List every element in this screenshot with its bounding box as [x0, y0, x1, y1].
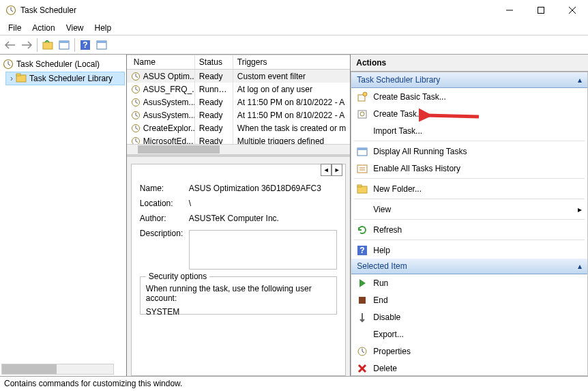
- svg-rect-7: [43, 42, 53, 49]
- tool-help-icon[interactable]: ?: [78, 38, 93, 53]
- action-create-task[interactable]: Create Task...: [351, 105, 587, 122]
- tree-root-label: Task Scheduler (Local): [16, 59, 100, 69]
- action-new-folder[interactable]: New Folder...: [351, 180, 587, 197]
- close-button[interactable]: [557, 0, 588, 20]
- col-header-name[interactable]: Name: [127, 55, 195, 69]
- delete-icon: [357, 363, 368, 374]
- task-row[interactable]: CreateExplor...ReadyWhen the task is cre…: [127, 121, 350, 134]
- collapse-icon: ▴: [578, 261, 582, 271]
- back-button[interactable]: [3, 38, 18, 53]
- tree-pane: Task Scheduler (Local) › Task Scheduler …: [0, 55, 127, 376]
- grid-header: Name Status Triggers: [127, 55, 350, 70]
- actions-group-library[interactable]: Task Scheduler Library ▴: [351, 72, 587, 88]
- menu-action[interactable]: Action: [27, 22, 60, 34]
- svg-rect-50: [359, 297, 366, 304]
- blank-icon: [357, 204, 368, 215]
- svg-rect-4: [538, 8, 544, 14]
- clock-icon: [131, 85, 141, 94]
- action-enable-all-tasks-history[interactable]: Enable All Tasks History: [351, 160, 587, 177]
- maximize-button[interactable]: [525, 0, 557, 20]
- svg-rect-47: [357, 185, 362, 187]
- task-row[interactable]: ASUS_FRQ_...RunningAt log on of any user: [127, 83, 350, 96]
- task-icon: [357, 108, 368, 119]
- author-value: ASUSTeK Computer Inc.: [189, 214, 337, 223]
- folder-icon: [357, 184, 368, 194]
- svg-text:?: ?: [83, 40, 87, 50]
- pager-prev[interactable]: ◄: [321, 164, 332, 176]
- action-view[interactable]: View▸: [351, 201, 587, 218]
- actions-pane: Actions Task Scheduler Library ▴ Create …: [351, 55, 588, 376]
- clock-icon: [131, 111, 141, 120]
- titlebar: Task Scheduler: [0, 0, 588, 20]
- svg-text:?: ?: [360, 246, 365, 255]
- details-pane: ◄ ► Name: ASUS Optimization 36D18D69AFC3…: [127, 157, 350, 376]
- menu-view[interactable]: View: [61, 22, 89, 34]
- col-header-trigger[interactable]: Triggers: [233, 55, 350, 69]
- clock-icon: [131, 72, 141, 81]
- tree-child-label: Task Scheduler Library: [29, 74, 113, 83]
- svg-point-38: [363, 92, 367, 96]
- action-run[interactable]: Run: [351, 274, 587, 291]
- security-account: SYSTEM: [146, 307, 331, 317]
- security-label: Security options: [146, 272, 209, 281]
- tool-pane2-icon[interactable]: [94, 38, 109, 53]
- security-text: When running the task, use the following…: [146, 284, 331, 303]
- action-create-basic-task[interactable]: Create Basic Task...: [351, 88, 587, 105]
- action-delete[interactable]: Delete: [351, 360, 587, 376]
- menubar: File Action View Help: [0, 20, 588, 35]
- task-row[interactable]: ASUS Optim...ReadyCustom event filter: [127, 70, 350, 83]
- security-group: Security options When running the task, …: [140, 276, 337, 315]
- statusbar: Contains commands for customizing this w…: [0, 376, 588, 391]
- chevron-right-icon[interactable]: ›: [8, 74, 16, 83]
- col-header-status[interactable]: Status: [195, 55, 233, 69]
- tool-pane1-icon[interactable]: [57, 38, 72, 53]
- run-icon: [357, 278, 368, 289]
- action-end[interactable]: End: [351, 291, 587, 308]
- svg-rect-13: [97, 41, 106, 43]
- task-row[interactable]: AsusSystem...ReadyAt 11:50 PM on 8/10/20…: [127, 108, 350, 121]
- action-disable[interactable]: Disable: [351, 308, 587, 325]
- tree-root[interactable]: Task Scheduler (Local): [1, 57, 125, 71]
- blank-icon: [357, 126, 368, 136]
- refresh-icon: [357, 225, 368, 235]
- action-help[interactable]: ?Help: [351, 242, 587, 259]
- tree-scrollbar[interactable]: [1, 364, 114, 375]
- action-properties[interactable]: Properties: [351, 343, 587, 360]
- author-label: Author:: [140, 214, 189, 223]
- description-box[interactable]: [189, 230, 337, 270]
- action-export[interactable]: Export...: [351, 325, 587, 343]
- minimize-button[interactable]: [494, 0, 525, 20]
- svg-rect-42: [357, 148, 367, 150]
- pager-next[interactable]: ►: [332, 164, 342, 176]
- clock-icon: [131, 98, 141, 107]
- clock-icon: [3, 59, 14, 70]
- tree-child[interactable]: › Task Scheduler Library: [5, 72, 125, 85]
- name-value: ASUS Optimization 36D18D69AFC3: [189, 184, 337, 193]
- actions-title: Actions: [351, 55, 588, 72]
- location-value: \: [189, 199, 337, 208]
- history-icon: [357, 163, 368, 174]
- center-pane: Name Status Triggers ASUS Optim...ReadyC…: [127, 55, 351, 376]
- task-grid: Name Status Triggers ASUS Optim...ReadyC…: [127, 55, 350, 157]
- actions-group-selected[interactable]: Selected Item ▴: [351, 259, 587, 274]
- description-label: Description:: [140, 229, 189, 238]
- app-icon: [5, 5, 16, 16]
- svg-rect-9: [59, 41, 69, 43]
- tool-folder-icon[interactable]: [40, 38, 55, 53]
- blank-icon: [357, 329, 368, 340]
- collapse-icon: ▴: [578, 75, 582, 85]
- forward-button[interactable]: [19, 38, 34, 53]
- grid-scrollbar[interactable]: [127, 144, 350, 154]
- task-row[interactable]: AsusSystem...ReadyAt 11:50 PM on 8/10/20…: [127, 96, 350, 108]
- folder-icon: [16, 73, 27, 84]
- chevron-right-icon: ▸: [578, 205, 582, 214]
- action-refresh[interactable]: Refresh: [351, 221, 587, 238]
- disable-icon: [357, 312, 368, 323]
- action-import-task[interactable]: Import Task...: [351, 122, 587, 139]
- props-icon: [357, 346, 368, 357]
- menu-file[interactable]: File: [3, 22, 27, 34]
- menu-help[interactable]: Help: [89, 22, 117, 34]
- action-display-all-running-tasks[interactable]: Display All Running Tasks: [351, 143, 587, 160]
- svg-rect-43: [357, 165, 367, 173]
- task-row[interactable]: MicrosoftEd...ReadyMultiple triggers def…: [127, 134, 350, 144]
